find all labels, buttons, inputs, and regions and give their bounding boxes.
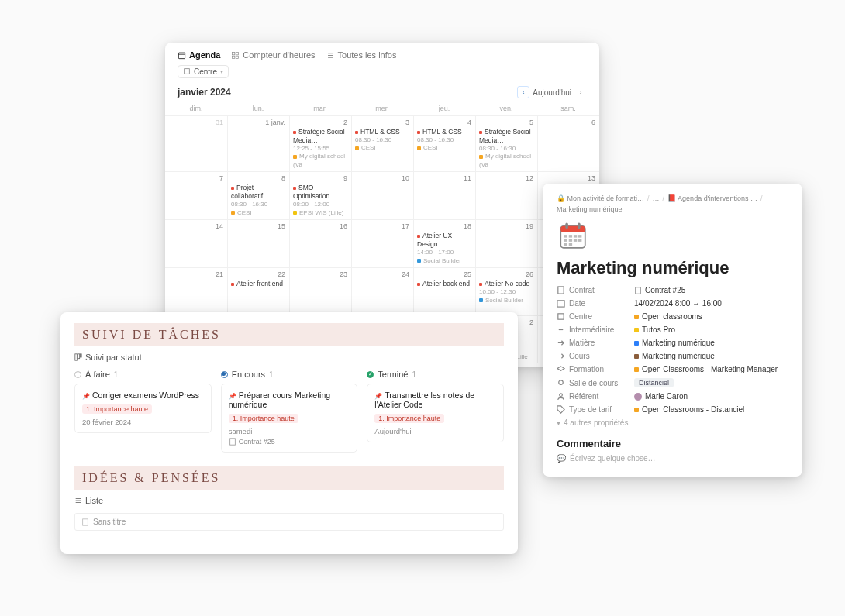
ideas-subtab[interactable]: Liste: [74, 496, 504, 505]
task-card[interactable]: Transmettre les notes de l'Atelier Code …: [367, 384, 504, 442]
day-cell[interactable]: 26 Atelier No code 10:00 - 12:30 Social …: [475, 267, 537, 315]
filter-centre[interactable]: Centre ▾: [178, 65, 229, 78]
day-cell[interactable]: 14: [165, 219, 227, 267]
tasks-section-title: SUIVI DE TÂCHES: [74, 323, 504, 346]
day-cell[interactable]: 2 Stratégie Social Media… 12:25 - 15:55 …: [289, 115, 351, 171]
day-cell[interactable]: 16: [289, 219, 351, 267]
list-icon: [74, 497, 82, 504]
prop-tarif[interactable]: Open Classrooms - Distanciel: [634, 405, 788, 414]
calendar-event[interactable]: Stratégie Social Media… 08:30 - 16:30 My…: [479, 128, 534, 169]
breadcrumb: 🔒 Mon activité de formati… /…/ 📕 Agenda …: [557, 194, 788, 213]
day-cell[interactable]: 21: [165, 267, 227, 315]
status-done-icon: [367, 371, 374, 378]
arrow-icon: [557, 352, 565, 360]
day-cell[interactable]: 8 Projet collaboratif… 08:30 - 16:30 CES…: [227, 171, 289, 219]
calendar-large-icon: [557, 219, 589, 252]
day-cell[interactable]: 12: [475, 171, 537, 219]
today-button[interactable]: Aujourd'hui: [533, 88, 571, 97]
tab-agenda[interactable]: Agenda: [178, 50, 220, 60]
more-properties-toggle[interactable]: ▾ 4 autres propriétés: [557, 418, 788, 427]
arrow-icon: [557, 339, 565, 347]
crumb-root[interactable]: 🔒 Mon activité de formati…: [557, 194, 644, 202]
calendar-event[interactable]: Stratégie Social Media… 12:25 - 15:55 My…: [293, 128, 348, 169]
calendar-event[interactable]: Atelier UX Design… 14:00 - 17:00 Social …: [417, 232, 472, 265]
prop-contrat[interactable]: Contrat #25: [634, 286, 788, 294]
svg-point-36: [559, 380, 564, 384]
property-list: Contrat Contrat #25 Date 14/02/2024 8:00…: [557, 286, 788, 414]
tasks-subtab[interactable]: Suivi par statut: [74, 353, 504, 362]
chevron-down-icon: ▾: [557, 418, 560, 427]
calendar-event[interactable]: Atelier front end: [231, 280, 286, 288]
svg-rect-27: [569, 239, 572, 242]
svg-rect-34: [557, 301, 564, 307]
svg-rect-23: [569, 235, 572, 238]
svg-rect-20: [565, 222, 568, 229]
prop-date[interactable]: 14/02/2024 8:00 → 16:00: [634, 299, 788, 308]
prop-intermediaire[interactable]: Tutos Pro: [634, 325, 788, 334]
svg-rect-9: [185, 69, 190, 74]
prop-matiere[interactable]: Marketing numérique: [634, 339, 788, 347]
svg-rect-17: [83, 518, 88, 525]
day-cell[interactable]: 15: [227, 219, 289, 267]
document-icon: [229, 438, 236, 446]
ideas-title: IDÉES & PENSÉES: [74, 466, 504, 490]
svg-rect-12: [81, 354, 82, 357]
day-cell[interactable]: 25 Atelier back end: [413, 267, 475, 315]
day-cell[interactable]: 11: [413, 171, 475, 219]
day-cell[interactable]: 10: [351, 171, 413, 219]
svg-rect-31: [569, 243, 572, 246]
month-title: janvier 2024: [178, 87, 231, 98]
day-cell[interactable]: 22 Atelier front end: [227, 267, 289, 315]
day-cell[interactable]: 19: [475, 219, 537, 267]
tab-toutes[interactable]: Toutes les infos: [326, 50, 397, 60]
grid-icon: [231, 51, 240, 60]
svg-rect-13: [229, 439, 235, 445]
day-cell[interactable]: 23: [289, 267, 351, 315]
prop-formation[interactable]: Open Classrooms - Marketing Manager: [634, 365, 788, 373]
calendar-event[interactable]: Atelier No code 10:00 - 12:30 Social Bui…: [479, 280, 534, 305]
day-cell[interactable]: 3 HTML & CSS 08:30 - 16:30 CESI: [351, 115, 413, 171]
tab-compteur[interactable]: Compteur d'heures: [231, 50, 315, 60]
tag-icon: [557, 405, 565, 414]
comment-input[interactable]: 💬 Écrivez quelque chose…: [557, 454, 788, 463]
calendar-event[interactable]: Atelier back end: [417, 280, 472, 288]
task-card[interactable]: Préparer cours Marketing numérique 1. Im…: [221, 384, 358, 453]
day-cell[interactable]: 18 Atelier UX Design… 14:00 - 17:00 Soci…: [413, 219, 475, 267]
list-icon: [326, 51, 335, 60]
day-cell[interactable]: 6: [537, 115, 599, 171]
calendar-event[interactable]: SMO Optimisation… 08:00 - 12:00 EPSI WIS…: [293, 184, 348, 217]
task-date: samedi: [229, 427, 350, 435]
svg-rect-10: [75, 354, 78, 360]
speech-bubble-icon: 💬: [557, 454, 566, 463]
svg-rect-33: [636, 287, 641, 293]
prop-referent[interactable]: Marie Caron: [634, 392, 788, 401]
day-cell[interactable]: 9 SMO Optimisation… 08:00 - 12:00 EPSI W…: [289, 171, 351, 219]
column-todo: À faire 1 Corriger examens WordPress 1. …: [74, 370, 212, 453]
crumb-agenda[interactable]: 📕 Agenda d'interventions …: [667, 194, 757, 202]
calendar-event[interactable]: Projet collaboratif… 08:30 - 16:30 CESI: [231, 184, 286, 217]
task-contract: Contrat #25: [229, 438, 350, 446]
day-cell[interactable]: 1 janv.: [227, 115, 289, 171]
prop-centre[interactable]: Open classrooms: [634, 312, 788, 321]
prev-month-button[interactable]: ‹: [517, 86, 529, 98]
page-icon: [81, 518, 89, 526]
next-month-button[interactable]: ›: [574, 86, 587, 98]
day-cell[interactable]: 17: [351, 219, 413, 267]
task-card[interactable]: Corriger examens WordPress 1. Importance…: [74, 384, 212, 433]
calendar-event[interactable]: HTML & CSS 08:30 - 16:30 CESI: [417, 128, 472, 153]
prop-salle[interactable]: Distanciel: [634, 378, 788, 387]
board-icon: [74, 353, 82, 361]
pin-icon: [557, 379, 565, 387]
day-cell[interactable]: 24: [351, 267, 413, 315]
page-title: Marketing numérique: [557, 258, 788, 278]
calendar-tabs: Agenda Compteur d'heures Toutes les info…: [165, 43, 599, 60]
day-cell[interactable]: 4 HTML & CSS 08:30 - 16:30 CESI: [413, 115, 475, 171]
prop-cours[interactable]: Marketing numérique: [634, 352, 788, 360]
idea-item[interactable]: Sans titre: [74, 513, 504, 531]
calendar-event[interactable]: HTML & CSS 08:30 - 16:30 CESI: [355, 128, 410, 153]
day-cell[interactable]: 5 Stratégie Social Media… 08:30 - 16:30 …: [475, 115, 537, 171]
day-cell[interactable]: 31: [165, 115, 227, 171]
tasks-panel: SUIVI DE TÂCHES Suivi par statut À faire…: [60, 312, 518, 554]
svg-point-37: [560, 394, 563, 397]
day-cell[interactable]: 7: [165, 171, 227, 219]
